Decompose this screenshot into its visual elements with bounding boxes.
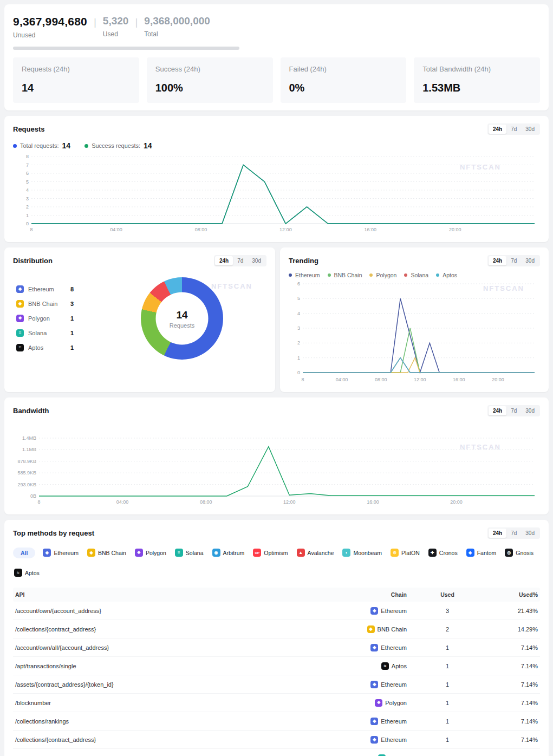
chain-filter-fantom[interactable]: ◈Fantom	[465, 546, 498, 559]
svg-text:4: 4	[26, 187, 29, 193]
top-methods-title: Top methods by request	[13, 529, 94, 537]
distribution-title: Distribution	[13, 257, 53, 265]
chain-filter-platon[interactable]: ⊙PlatON	[389, 546, 421, 559]
range-option-7d[interactable]: 7d	[233, 256, 248, 265]
used-label: Used	[103, 30, 129, 38]
chain-filter-solana[interactable]: ≡Solana	[174, 546, 205, 559]
legend-dot-icon	[369, 273, 373, 277]
ethereum-icon: ◆	[16, 285, 24, 293]
requests-panel: Requests 24h7d30d Total requests:14Succe…	[4, 116, 549, 242]
chain-filter-bnb[interactable]: ◆BNB Chain	[86, 546, 127, 559]
used-count: 3	[407, 608, 488, 614]
svg-text:20:00: 20:00	[450, 499, 463, 505]
chain-filter-moonbeam[interactable]: ◐Moonbeam	[341, 546, 383, 559]
unused-credits: 9,367,994,680 Unused	[13, 15, 87, 39]
api-path: /collections/{contract_address}	[13, 626, 315, 633]
chip-label: Optimism	[264, 550, 288, 556]
legend-item: Polygon	[369, 272, 396, 278]
legend-item: Solana	[404, 272, 428, 278]
dashboard: 9,367,994,680 Unused | 5,320 Used | 9,36…	[0, 0, 553, 756]
range-option-7d[interactable]: 7d	[506, 256, 521, 265]
range-option-24h[interactable]: 24h	[489, 406, 506, 415]
table-row: /account/own/all/{account_address}◆Ether…	[13, 638, 540, 657]
solana-icon: ≡	[175, 549, 183, 557]
distribution-legend-item: ◆BNB Chain3	[16, 300, 103, 308]
svg-text:3: 3	[26, 196, 29, 201]
chain-filter-aptos[interactable]: ≈Aptos	[13, 566, 41, 579]
svg-text:1: 1	[297, 355, 300, 361]
chip-label: Aptos	[25, 570, 40, 576]
chain-filter-cronos[interactable]: ✚Cronos	[427, 546, 459, 559]
unused-value: 9,367,994,680	[13, 15, 87, 28]
svg-text:0: 0	[297, 370, 300, 375]
table-row: /collections/{contract_address}◆BNB Chai…	[13, 620, 540, 638]
svg-text:16:00: 16:00	[365, 227, 377, 232]
used-count: 1	[407, 663, 488, 669]
chain-filter-ethereum[interactable]: ◆Ethereum	[42, 546, 80, 559]
chain-cell: ◆Ethereum	[315, 736, 407, 744]
legend-label: Success requests:	[92, 142, 140, 149]
donut-center-value: 14	[176, 309, 187, 321]
chain-label: Ethereum	[381, 718, 407, 725]
chain-request-count: 1	[70, 344, 74, 351]
unused-label: Unused	[13, 31, 87, 39]
range-option-24h[interactable]: 24h	[489, 529, 506, 538]
aptos-icon: ≈	[16, 344, 24, 351]
chain-filter-optimism[interactable]: OPOptimism	[252, 546, 289, 559]
range-option-30d[interactable]: 30d	[521, 529, 539, 538]
used-percent: 7.14%	[488, 663, 540, 669]
chain-label: Polygon	[28, 315, 66, 322]
chip-label: Arbitrum	[223, 550, 245, 556]
ethereum-icon: ◆	[370, 681, 378, 688]
svg-text:2: 2	[297, 340, 300, 346]
chain-request-count: 1	[70, 315, 74, 322]
range-option-30d[interactable]: 30d	[248, 256, 265, 265]
svg-text:7: 7	[26, 162, 29, 168]
chip-label: Cronos	[439, 550, 458, 556]
col-api-header: API	[13, 591, 315, 598]
fantom-icon: ◈	[466, 549, 474, 557]
chain-filter-avalanche[interactable]: ▲Avalanche	[296, 546, 335, 559]
chip-label: Polygon	[146, 550, 166, 556]
chain-filter-all[interactable]: All	[13, 548, 35, 558]
range-option-24h[interactable]: 24h	[489, 125, 506, 134]
credits-summary-panel: 9,367,994,680 Unused | 5,320 Used | 9,36…	[4, 4, 549, 110]
range-option-24h[interactable]: 24h	[215, 256, 233, 265]
aptos-icon: ≈	[14, 569, 22, 577]
legend-item: BNB Chain	[328, 272, 362, 278]
used-percent: 7.14%	[488, 737, 540, 743]
legend-dot-icon	[436, 273, 439, 277]
range-option-30d[interactable]: 30d	[521, 406, 539, 415]
chain-filter-gnosis[interactable]: ◎Gnosis	[504, 546, 535, 559]
trending-legend: EthereumBNB ChainPolygonSolanaAptos	[289, 272, 540, 278]
bnb-icon: ◆	[87, 549, 95, 557]
chain-filter-arbitrum[interactable]: ◉Arbitrum	[211, 546, 246, 559]
legend-dot-icon	[13, 144, 17, 148]
optimism-icon: OP	[253, 549, 261, 557]
chain-cell: ◆BNB Chain	[315, 625, 407, 633]
range-option-30d[interactable]: 30d	[521, 256, 539, 265]
range-option-7d[interactable]: 7d	[506, 125, 521, 134]
api-path: /apt/transactions/single	[13, 663, 315, 669]
chain-request-count: 3	[70, 301, 74, 307]
range-option-30d[interactable]: 30d	[521, 125, 539, 134]
chain-label: BNB Chain	[28, 301, 66, 307]
chain-label: BNB Chain	[378, 626, 407, 633]
bandwidth-panel: Bandwidth 24h7d30d NFTSCAN 0B293.0KB585.…	[4, 397, 549, 514]
svg-text:5: 5	[297, 296, 300, 301]
chain-request-count: 8	[70, 286, 74, 292]
range-selector: 24h7d30d	[487, 255, 540, 266]
chip-label: PlatON	[401, 550, 420, 556]
range-option-7d[interactable]: 7d	[506, 406, 521, 415]
polygon-icon: ❖	[375, 699, 382, 707]
range-option-24h[interactable]: 24h	[489, 256, 506, 265]
legend-value: 14	[62, 141, 71, 150]
col-chain-header: Chain	[315, 591, 407, 598]
legend-item: Ethereum	[289, 272, 320, 278]
nftscan-watermark: NFTSCAN	[460, 163, 501, 171]
svg-text:4: 4	[297, 311, 300, 316]
svg-text:08:00: 08:00	[195, 227, 207, 232]
chain-filter-polygon[interactable]: ❖Polygon	[134, 546, 167, 559]
range-option-7d[interactable]: 7d	[506, 529, 521, 538]
svg-text:08:00: 08:00	[375, 377, 387, 382]
